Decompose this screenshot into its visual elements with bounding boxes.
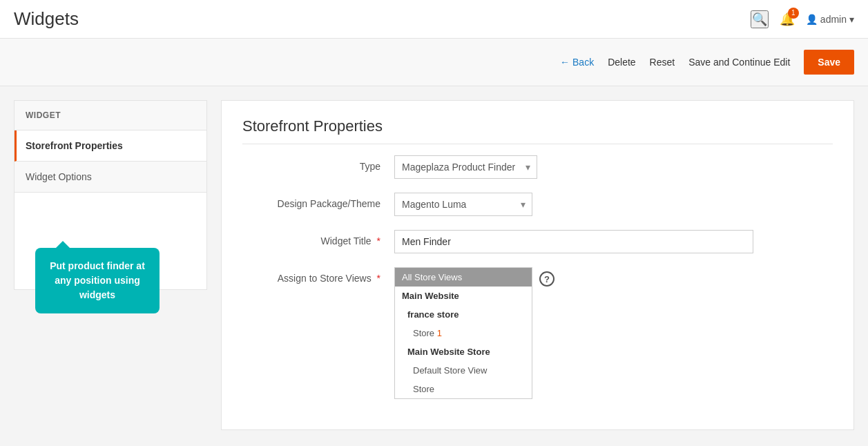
delete-button[interactable]: Delete: [608, 57, 635, 68]
sidebar-item-label: Storefront Properties: [26, 140, 123, 151]
header-icons: 🔍 🔔 1 👤 admin ▾: [751, 10, 854, 28]
reset-label: Reset: [650, 57, 675, 68]
list-item[interactable]: france store: [395, 305, 532, 324]
admin-chevron-icon: ▾: [849, 14, 854, 25]
design-package-select[interactable]: Magento Luma: [394, 193, 532, 216]
widget-title-input[interactable]: [394, 230, 753, 253]
section-title: Storefront Properties: [242, 117, 833, 144]
type-control: Mageplaza Product Finder ▾: [394, 155, 753, 179]
list-item[interactable]: Store 1: [395, 324, 532, 342]
store-views-control: All Store Views Main Website france stor…: [394, 267, 753, 399]
design-package-row: Design Package/Theme Magento Luma ▾: [242, 193, 833, 216]
notification-badge: 1: [788, 8, 799, 19]
notifications-button[interactable]: 🔔 1: [780, 12, 795, 27]
widget-title-row: Widget Title *: [242, 230, 833, 253]
design-package-select-wrapper: Magento Luma ▾: [394, 193, 532, 216]
tooltip-container: Put product finder at any position using…: [15, 193, 206, 289]
admin-user-menu[interactable]: 👤 admin ▾: [806, 14, 854, 25]
type-select-wrapper: Mageplaza Product Finder ▾: [394, 155, 537, 179]
tooltip-bubble: Put product finder at any position using…: [35, 248, 160, 313]
list-item[interactable]: Main Website Store: [395, 342, 532, 361]
widget-title-required: *: [377, 235, 380, 246]
sidebar-item-storefront-properties[interactable]: Storefront Properties: [15, 130, 206, 162]
design-package-label: Design Package/Theme: [242, 193, 394, 209]
store-views-help-icon[interactable]: ?: [539, 271, 554, 287]
widget-title-control: [394, 230, 753, 253]
page-header: Widgets 🔍 🔔 1 👤 admin ▾: [0, 0, 868, 38]
type-row: Type Mageplaza Product Finder ▾: [242, 155, 833, 179]
back-button[interactable]: ← Back: [560, 57, 594, 68]
list-item[interactable]: Store: [395, 380, 532, 398]
toolbar: ← Back Delete Reset Save and Continue Ed…: [0, 38, 868, 86]
save-continue-label: Save and Continue Edit: [688, 57, 790, 68]
save-continue-button[interactable]: Save and Continue Edit: [688, 57, 790, 68]
store-views-listbox[interactable]: All Store Views Main Website france stor…: [394, 267, 532, 399]
back-arrow-icon: ←: [560, 57, 570, 68]
page-title: Widgets: [14, 8, 79, 30]
list-item[interactable]: All Store Views: [395, 268, 532, 287]
list-item[interactable]: Default Store View: [395, 361, 532, 380]
delete-label: Delete: [608, 57, 635, 68]
main-content: WIDGET Storefront Properties Widget Opti…: [0, 86, 868, 444]
store-views-row: Assign to Store Views * All Store Views …: [242, 267, 833, 399]
store-views-label: Assign to Store Views *: [242, 267, 394, 284]
save-button[interactable]: Save: [804, 50, 854, 75]
type-select[interactable]: Mageplaza Product Finder: [394, 155, 537, 179]
admin-user-label: admin: [820, 14, 847, 25]
tooltip-text: Put product finder at any position using…: [50, 260, 145, 300]
list-item[interactable]: Main Website: [395, 287, 532, 305]
type-label: Type: [242, 155, 394, 172]
sidebar-item-label: Widget Options: [26, 171, 92, 182]
reset-button[interactable]: Reset: [650, 57, 675, 68]
search-button[interactable]: 🔍: [751, 10, 769, 28]
store-views-required: *: [377, 273, 380, 284]
save-label: Save: [818, 57, 840, 68]
form-area: Storefront Properties Type Mageplaza Pro…: [221, 100, 854, 430]
design-package-control: Magento Luma ▾: [394, 193, 753, 216]
sidebar-widget-label: WIDGET: [15, 101, 206, 130]
back-label: Back: [572, 57, 594, 68]
sidebar-item-widget-options[interactable]: Widget Options: [15, 162, 206, 193]
admin-user-icon: 👤: [806, 14, 818, 25]
widget-title-label: Widget Title *: [242, 230, 394, 246]
sidebar: WIDGET Storefront Properties Widget Opti…: [14, 100, 207, 290]
